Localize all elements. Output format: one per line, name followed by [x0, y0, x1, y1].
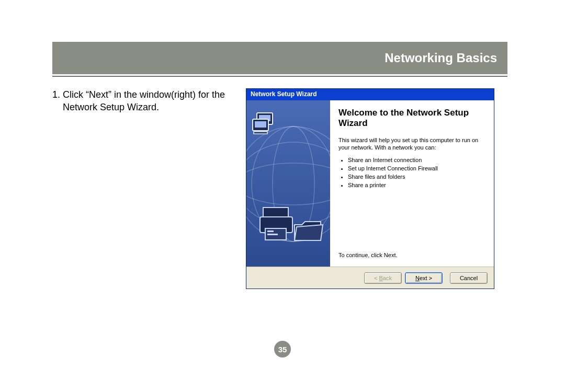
computers-icon — [253, 113, 273, 134]
page-number-badge: 35 — [274, 341, 291, 358]
wizard-heading: Welcome to the Network Setup Wizard — [338, 108, 485, 129]
wizard-bullet: Set up Internet Connection Firewall — [348, 165, 485, 173]
section-title: Networking Basics — [385, 51, 497, 65]
wizard-sidebar-illustration — [246, 100, 330, 267]
wizard-bullet-list: Share an Internet connection Set up Inte… — [338, 156, 485, 190]
svg-rect-9 — [254, 132, 267, 134]
step-instruction: 1. Click “Next” in the window(right) for… — [52, 88, 235, 114]
svg-point-1 — [246, 163, 330, 205]
folder-icon — [295, 222, 323, 240]
svg-rect-14 — [267, 234, 278, 235]
wizard-titlebar: Network Setup Wizard — [246, 89, 494, 100]
svg-rect-13 — [267, 230, 274, 232]
wizard-bullet: Share an Internet connection — [348, 156, 485, 165]
back-button: < Back — [364, 272, 402, 284]
cancel-button[interactable]: Cancel — [450, 272, 488, 284]
header-underline — [52, 76, 507, 77]
section-header-band: Networking Basics — [52, 42, 507, 74]
wizard-intro-text: This wizard will help you set up this co… — [338, 136, 485, 152]
next-button[interactable]: Next > — [405, 272, 443, 284]
wizard-bullet: Share a printer — [348, 181, 485, 190]
printer-icon — [260, 207, 292, 240]
wizard-button-bar: < Back Next > Cancel — [246, 267, 494, 289]
instruction-column: 1. Click “Next” in the window(right) for… — [52, 88, 246, 289]
network-setup-wizard-window: Network Setup Wizard — [246, 88, 494, 289]
wizard-bullet: Share files and folders — [348, 173, 485, 181]
svg-rect-8 — [255, 121, 266, 128]
wizard-continue-text: To continue, click Next. — [338, 252, 485, 261]
wizard-content-panel: Welcome to the Network Setup Wizard This… — [330, 100, 494, 267]
wizard-screenshot: Network Setup Wizard — [246, 88, 497, 289]
